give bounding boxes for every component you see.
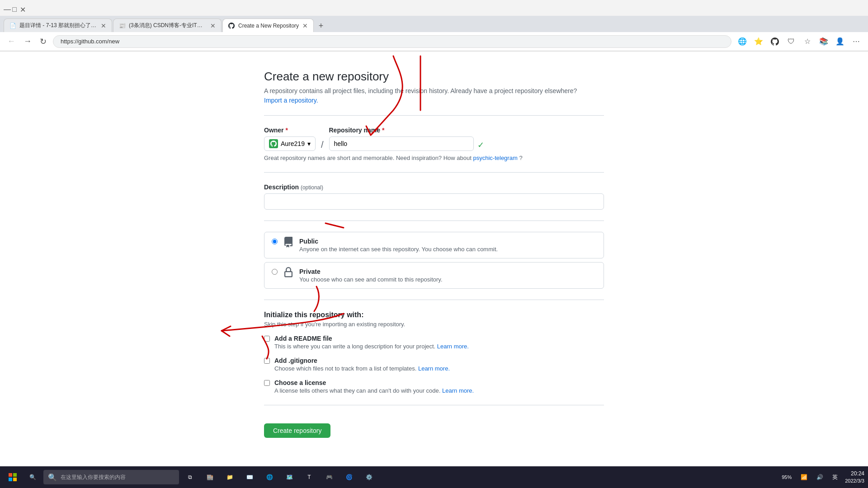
private-title: Private — [299, 268, 596, 275]
edge-icon: 🌐 — [264, 472, 275, 483]
gitignore-learn-more[interactable]: Learn more. — [418, 365, 450, 372]
clock-date: 2022/3/3 — [845, 478, 864, 484]
owner-select[interactable]: Aure219 ▾ — [264, 136, 316, 151]
public-desc: Anyone on the internet can see this repo… — [299, 246, 596, 253]
url-bar[interactable]: https://github.com/new — [53, 35, 731, 48]
maximize-button[interactable]: □ — [12, 5, 17, 11]
mail-icon: ✉️ — [244, 472, 255, 483]
volume-icon[interactable]: 🔊 — [813, 468, 827, 486]
app-icon-4: 🗺️ — [284, 472, 295, 483]
folder-icon: 📁 — [224, 472, 235, 483]
favorites-icon[interactable]: ☆ — [801, 35, 814, 48]
validation-check-icon: ✓ — [477, 140, 484, 150]
task-view-button[interactable]: ⧉ — [181, 468, 199, 486]
lang-indicator[interactable]: 英 — [829, 468, 841, 486]
readme-title: Add a README file — [274, 335, 469, 342]
svg-rect-0 — [9, 473, 12, 477]
start-button[interactable] — [4, 468, 22, 486]
store-icon: 🏬 — [204, 472, 215, 483]
license-checkbox[interactable] — [264, 380, 270, 386]
import-link[interactable]: Import a repository. — [264, 97, 318, 104]
public-icon — [283, 237, 294, 250]
minimize-button[interactable]: — — [4, 5, 9, 11]
collections-icon[interactable]: 📚 — [817, 35, 830, 48]
repo-name-input[interactable] — [329, 136, 474, 151]
owner-label: Owner * — [264, 127, 316, 134]
taskbar-app-4[interactable]: 🗺️ — [280, 468, 298, 486]
description-group: Description (optional) — [264, 183, 604, 210]
close-button[interactable]: ✕ — [20, 5, 25, 11]
new-tab-button[interactable]: + — [315, 19, 327, 32]
private-option[interactable]: Private You choose who can see and commi… — [264, 262, 604, 289]
readme-content: Add a README file This is where you can … — [274, 335, 469, 350]
readme-checkbox[interactable] — [264, 336, 270, 342]
hint-text: Great repository names are short and mem… — [264, 155, 604, 161]
cortana-button[interactable]: 🔍 — [24, 468, 42, 486]
window-controls[interactable]: — □ ✕ — [4, 5, 25, 11]
task-view-icon: ⧉ — [184, 472, 195, 483]
private-content: Private You choose who can see and commi… — [299, 268, 596, 283]
url-text: https://github.com/new — [61, 38, 119, 45]
license-option: Choose a license A license tells others … — [264, 379, 604, 394]
suggestion-link[interactable]: psychic-telegram — [473, 155, 517, 161]
owner-avatar — [269, 139, 278, 148]
shield-icon[interactable]: 🛡 — [785, 35, 797, 48]
taskbar-app-edge[interactable]: 🌐 — [260, 468, 278, 486]
taskbar-app-3[interactable]: ✉️ — [241, 468, 259, 486]
taskbar-app-5[interactable]: T — [300, 468, 318, 486]
repo-name-label: Repository name * — [329, 127, 474, 134]
extension-icon-2[interactable] — [769, 35, 781, 48]
wifi-icon[interactable]: 📶 — [797, 468, 811, 486]
taskbar-app-1[interactable]: 🏬 — [201, 468, 219, 486]
private-icon — [283, 267, 294, 281]
profile-icon[interactable]: 👤 — [834, 35, 846, 48]
svg-rect-1 — [13, 473, 17, 477]
tab-3[interactable]: Create a New Repository ✕ — [222, 19, 314, 32]
tab-close-3[interactable]: ✕ — [302, 22, 308, 29]
page-title: Create a new repository — [264, 70, 604, 84]
owner-group: Owner * Aure219 ▾ — [264, 127, 316, 151]
search-icon: 🔍 — [27, 472, 38, 483]
extension-icon-1[interactable]: ⭐ — [752, 35, 765, 48]
gitignore-checkbox[interactable] — [264, 358, 270, 364]
menu-icon[interactable]: ⋯ — [850, 35, 863, 48]
taskbar-search-input[interactable] — [61, 474, 169, 480]
divider-5 — [264, 405, 604, 405]
battery-icon[interactable]: 95% — [778, 468, 795, 486]
clock-time: 20:24 — [845, 470, 864, 478]
back-button[interactable]: ← — [5, 35, 17, 48]
reload-button[interactable]: ↻ — [38, 35, 48, 48]
private-radio[interactable] — [272, 269, 278, 275]
license-learn-more[interactable]: Learn more. — [442, 387, 474, 394]
public-radio[interactable] — [272, 239, 278, 244]
owner-repo-row: Owner * Aure219 ▾ / Repository name * — [264, 127, 604, 151]
taskbar-search[interactable]: 🔍 — [43, 470, 179, 484]
divider-1 — [264, 115, 604, 116]
tab-1[interactable]: 📄 题目详情 - 7-13 那就别担心了（… ✕ — [4, 19, 112, 32]
create-repository-button[interactable]: Create repository — [264, 423, 330, 438]
slash-separator: / — [319, 140, 326, 150]
description-input[interactable] — [264, 193, 604, 210]
public-content: Public Anyone on the internet can see th… — [299, 238, 596, 253]
svg-rect-2 — [9, 478, 12, 481]
tab-close-2[interactable]: ✕ — [210, 22, 216, 29]
address-bar: ← → ↻ https://github.com/new 🌐 ⭐ 🛡 ☆ 📚 👤… — [0, 32, 868, 51]
taskbar-app-2[interactable]: 📁 — [221, 468, 239, 486]
gitignore-desc: Choose which files not to track from a l… — [274, 365, 450, 372]
tab-close-1[interactable]: ✕ — [101, 22, 106, 29]
init-title: Initialize this repository with: — [264, 311, 604, 319]
taskbar-app-7[interactable]: 🌀 — [340, 468, 358, 486]
translate-icon[interactable]: 🌐 — [736, 35, 749, 48]
owner-name: Aure219 — [281, 140, 305, 147]
tab-2[interactable]: 📰 (3条消息) CSDN博客-专业IT技术… ✕ — [113, 19, 222, 32]
readme-learn-more[interactable]: Learn more. — [437, 343, 469, 350]
public-option[interactable]: Public Anyone on the internet can see th… — [264, 232, 604, 258]
taskbar-app-6[interactable]: 🎮 — [320, 468, 338, 486]
divider-4 — [264, 300, 604, 300]
taskbar-clock[interactable]: 20:24 2022/3/3 — [845, 470, 864, 484]
forward-button[interactable]: → — [22, 35, 33, 48]
dropdown-arrow-icon: ▾ — [307, 140, 311, 147]
title-bar: — □ ✕ — [0, 0, 868, 16]
public-title: Public — [299, 238, 596, 245]
taskbar-app-8[interactable]: ⚙️ — [360, 468, 378, 486]
